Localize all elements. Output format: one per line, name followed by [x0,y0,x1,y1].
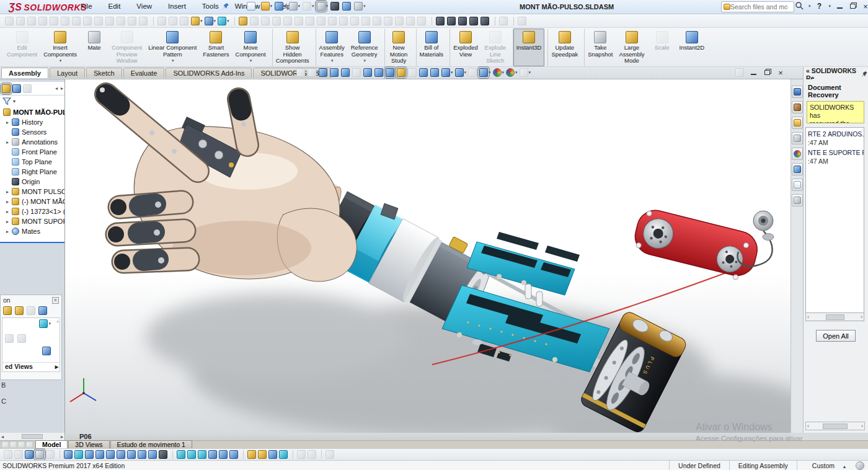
line-icon[interactable] [85,450,94,459]
show-hidden-components-button[interactable]: Show Hidden Components [272,29,312,66]
menu-item[interactable]: View [135,2,153,10]
normal-to-icon[interactable] [42,347,51,355]
quick-snaps-icon[interactable] [268,450,277,459]
toolbar-icon[interactable] [50,17,59,25]
expander-icon[interactable] [6,219,12,224]
tree-item-mates[interactable]: Mates [0,226,64,236]
expander-icon[interactable] [6,199,12,205]
isometric-view-icon[interactable] [5,334,14,343]
rapid-sketch-icon[interactable] [279,450,288,459]
tags-icon[interactable] [852,461,868,470]
balloon-icon[interactable] [447,17,456,25]
tab-assembly[interactable]: Assembly [1,68,48,78]
file-explorer-icon[interactable] [792,117,803,129]
propertymanager-tab-icon[interactable] [12,84,21,93]
appearances-icon[interactable] [792,148,803,160]
filter-caret-icon[interactable]: ▾ [13,99,16,104]
large-assembly-mode-button[interactable]: Large Assembly Mode [616,29,647,66]
scrollbar-thumb[interactable] [826,314,844,320]
zoom-fit-icon[interactable] [330,68,339,77]
model-items-icon[interactable] [458,17,467,25]
spellcheck-icon[interactable] [480,17,490,25]
filter-icon[interactable] [2,97,12,105]
recovery-list-scrollbar[interactable]: ‹› [805,313,864,321]
toolbar-icon[interactable] [38,17,48,25]
scroll-up-icon[interactable]: ^ [56,319,59,325]
last-sheet-icon[interactable] [26,441,33,448]
menu-item[interactable]: Edit [107,2,122,10]
toolbar-icon[interactable] [261,17,270,25]
expander-icon[interactable] [6,189,12,195]
save-icon[interactable] [275,2,286,11]
grid-icon[interactable] [513,17,527,25]
toolbar-icon[interactable] [94,17,104,25]
open-all-button[interactable]: Open All [816,330,856,342]
pan-icon[interactable] [319,68,328,77]
toolbar-icon[interactable] [169,17,178,25]
toolbar-icon[interactable] [27,17,37,25]
note-icon[interactable] [432,17,445,25]
doc-minimize-icon[interactable] [749,68,758,77]
search-input[interactable] [730,3,787,11]
tree-item-right-plane[interactable]: Right Plane [0,167,64,177]
expander-icon[interactable] [6,209,12,215]
tree-item-top-plane[interactable]: Top Plane [0,157,64,167]
edit-component-button[interactable]: Edit Component [4,29,40,66]
instant3d-button[interactable]: Instant3D [513,29,545,66]
units-selector[interactable]: Custom [797,461,852,470]
doc-close-icon[interactable]: × [776,68,785,77]
point-icon[interactable] [148,450,157,459]
document-recovery-icon[interactable] [792,179,803,191]
doc-restore-icon[interactable] [763,68,771,77]
mate-button[interactable]: Mate [80,29,108,66]
display-style-icon[interactable] [419,68,428,77]
custom-properties-icon[interactable] [792,163,803,175]
insert-components-button[interactable]: Insert Components [40,29,80,66]
new-motion-study-button[interactable]: New Motion Study [384,29,413,66]
toolbar-icon[interactable] [72,17,81,25]
toolbar-icon[interactable] [361,17,371,25]
toolbar-icon[interactable] [16,17,25,25]
mate-history-icon[interactable] [15,306,24,315]
tab-layout[interactable]: Layout [50,68,85,78]
tree-item-sensors[interactable]: Sensors [0,127,64,137]
toolbar-icon[interactable] [417,17,427,25]
update-speedpak-button[interactable]: Update Speedpak [547,29,581,66]
menu-item[interactable]: Insert [167,2,187,10]
section-view-icon[interactable] [386,68,395,77]
recovered-file-item[interactable]: NTE E SUPORTE PARA :47 AM [808,149,864,165]
toolbar-icon[interactable] [61,17,70,25]
scrollbar-thumb[interactable] [22,434,43,439]
spline-tool-icon[interactable] [138,450,146,459]
dimetric-view-icon[interactable] [17,334,26,343]
graphics-area[interactable]: DURACELL PLUS [65,79,790,433]
tab-3d-views[interactable]: 3D Views [68,440,109,448]
exploded-view-button[interactable]: Exploded View [450,29,481,66]
mate-tool-icon[interactable] [3,306,12,315]
report-icon[interactable] [342,2,352,11]
photo-icon[interactable] [296,68,306,77]
performance-evaluation-icon[interactable] [330,2,340,11]
toolbar-icon[interactable] [5,17,14,25]
toolbar-icon[interactable] [350,17,360,25]
convert-entities-icon[interactable] [187,450,196,459]
select-cursor-icon[interactable] [35,450,44,459]
select-icon[interactable] [317,2,329,11]
design-library-icon[interactable] [792,101,803,113]
minimize-icon[interactable] [835,2,844,11]
menu-item[interactable]: File [79,2,94,10]
smart-fasteners-button[interactable]: Smart Fasteners [200,29,232,66]
linear-component-pattern-button[interactable]: Linear Component Pattern [145,29,200,66]
toolbar-icon[interactable] [139,17,148,25]
apply-scene-icon[interactable] [506,68,518,77]
tree-item-front-plane[interactable]: Front Plane [0,147,64,157]
tree-item-mont-mao[interactable]: (-) MONT MÃO 3 [0,197,64,206]
first-sheet-icon[interactable] [2,441,9,448]
menu-item[interactable]: Tools [201,2,220,10]
dimension-icon[interactable] [74,450,83,459]
tab-solidworks-add-ins[interactable]: SOLIDWORKS Add-Ins [166,68,252,78]
offset-entities-icon[interactable] [198,450,206,459]
toolbar-icon[interactable] [128,17,137,25]
help-caret-icon[interactable] [829,4,831,9]
recovered-file-item[interactable]: RTE 2 ARDUINOS.sldas :47 AM [808,130,864,146]
